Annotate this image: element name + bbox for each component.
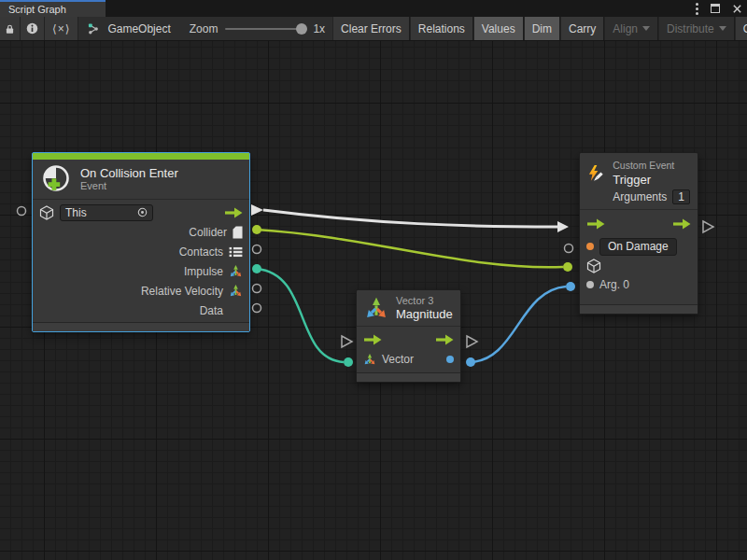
- window-menu-icon[interactable]: [696, 3, 698, 15]
- node-title: Trigger: [613, 173, 690, 187]
- maximize-icon[interactable]: [711, 4, 720, 13]
- port-label-vector: Vector: [382, 353, 414, 366]
- port-label-contacts: Contacts: [179, 245, 223, 259]
- relations-button[interactable]: Relations: [410, 17, 473, 40]
- flow-in-arrow-icon: [586, 218, 605, 230]
- string-port-dot: [586, 243, 594, 250]
- inspect-button[interactable]: [21, 17, 45, 40]
- port-arg0-in[interactable]: [566, 282, 575, 291]
- node-footer: [33, 322, 249, 331]
- values-toggle[interactable]: Values: [473, 17, 524, 40]
- flow-out-arrow-icon: [672, 218, 691, 230]
- chevron-down-icon: [719, 26, 726, 31]
- port-flow-out-connected[interactable]: [251, 204, 263, 216]
- vector3-icon: [363, 353, 376, 366]
- carry-button[interactable]: Carry: [560, 17, 604, 40]
- node-title: On Collision Enter: [80, 166, 178, 180]
- event-name-field[interactable]: On Damage: [599, 238, 677, 256]
- port-target-in[interactable]: [563, 262, 572, 272]
- tab-script-graph[interactable]: Script Graph: [0, 0, 106, 17]
- port-impulse-out[interactable]: [252, 264, 261, 273]
- port-data-out[interactable]: [253, 304, 261, 313]
- vector3-icon: [229, 264, 243, 278]
- gameobject-cube-icon: [586, 259, 601, 273]
- list-icon: [229, 246, 243, 258]
- lock-button[interactable]: [0, 17, 21, 40]
- wire-collider: [257, 230, 563, 267]
- object-picker-icon[interactable]: [137, 207, 148, 217]
- port-label-relative-velocity: Relative Velocity: [141, 285, 223, 298]
- flow-in-arrow-icon: [363, 334, 382, 345]
- flow-out-arrow-icon: [224, 207, 243, 218]
- node-vector3-magnitude[interactable]: Vector 3 Magnitude: [356, 289, 461, 383]
- zoom-slider[interactable]: [225, 28, 305, 30]
- port-ce-flow-out[interactable]: [703, 221, 713, 232]
- graph-toolbar: ⟨×⟩ GameObject Zoom 1x Clear Errors Rela…: [0, 17, 747, 41]
- document-icon: [233, 226, 243, 239]
- node-subtitle: Event: [80, 180, 178, 192]
- port-vector-in[interactable]: [344, 357, 353, 367]
- port-label-impulse: Impulse: [184, 265, 223, 278]
- align-dropdown[interactable]: Align: [604, 17, 658, 40]
- clear-errors-button[interactable]: Clear Errors: [332, 17, 410, 40]
- port-label-collider: Collider: [189, 226, 227, 239]
- node-type-label: Vector 3: [396, 295, 453, 307]
- tab-bar: Script Graph: [0, 0, 747, 17]
- vector3-icon: [229, 284, 243, 298]
- graph-canvas[interactable]: On Collision Enter Event This: [0, 41, 747, 560]
- port-magnitude-out[interactable]: [466, 357, 475, 367]
- node-footer: [580, 304, 698, 314]
- node-custom-event-trigger[interactable]: Custom Event Trigger Arguments 1: [579, 152, 698, 315]
- zoom-slider-handle[interactable]: [296, 23, 307, 35]
- node-on-collision-enter[interactable]: On Collision Enter Event This: [32, 152, 250, 332]
- wire-impulse: [257, 269, 344, 362]
- code-icon: ⟨×⟩: [52, 22, 70, 35]
- port-v3-flow-in[interactable]: [342, 336, 352, 347]
- event-accent-bar: [33, 153, 249, 160]
- port-collider-out[interactable]: [252, 225, 261, 234]
- graph-ref-label: GameObject: [107, 22, 170, 35]
- port-event-name-in[interactable]: [565, 245, 573, 253]
- overview-button[interactable]: Overv: [735, 17, 747, 40]
- gameobject-cube-icon: [39, 205, 54, 220]
- float-output-dot: [446, 356, 454, 363]
- arguments-count-field[interactable]: 1: [672, 189, 690, 204]
- port-flow-in-connected[interactable]: [557, 221, 569, 232]
- port-v3-flow-out[interactable]: [467, 336, 477, 347]
- graph-icon: [88, 22, 102, 35]
- zoom-value: 1x: [313, 22, 325, 35]
- info-icon: [26, 22, 38, 35]
- port-relative-velocity-out[interactable]: [253, 285, 261, 293]
- tab-label: Script Graph: [8, 4, 66, 15]
- graph-reference[interactable]: GameObject: [78, 17, 179, 40]
- dim-toggle[interactable]: Dim: [524, 17, 560, 40]
- distribute-dropdown[interactable]: Distribute: [658, 17, 735, 40]
- arguments-label: Arguments: [613, 190, 667, 203]
- collision-event-icon: [40, 163, 72, 195]
- object-port-dot: [586, 281, 594, 288]
- wire-flow: [263, 210, 557, 227]
- wire-magnitude: [471, 287, 566, 362]
- target-object-field[interactable]: This: [60, 204, 153, 221]
- node-footer: [357, 372, 460, 382]
- zoom-label: Zoom: [190, 22, 218, 35]
- vector3-icon: [364, 296, 388, 320]
- node-title: Magnitude: [396, 307, 453, 321]
- script-graph-window: Script Graph ⟨×⟩: [0, 0, 747, 560]
- close-icon[interactable]: [732, 4, 742, 14]
- port-label-data: Data: [200, 304, 223, 317]
- lock-icon: [6, 22, 14, 35]
- port-contacts-out[interactable]: [253, 245, 261, 254]
- port-this-in[interactable]: [18, 207, 26, 216]
- custom-event-icon: [587, 160, 605, 188]
- chevron-down-icon: [642, 26, 650, 31]
- node-category: Custom Event: [613, 160, 690, 172]
- flow-out-arrow-icon: [435, 334, 454, 345]
- port-label-arg0: Arg. 0: [599, 278, 629, 291]
- zoom-control: Zoom 1x: [180, 17, 332, 40]
- edit-script-button[interactable]: ⟨×⟩: [45, 17, 78, 40]
